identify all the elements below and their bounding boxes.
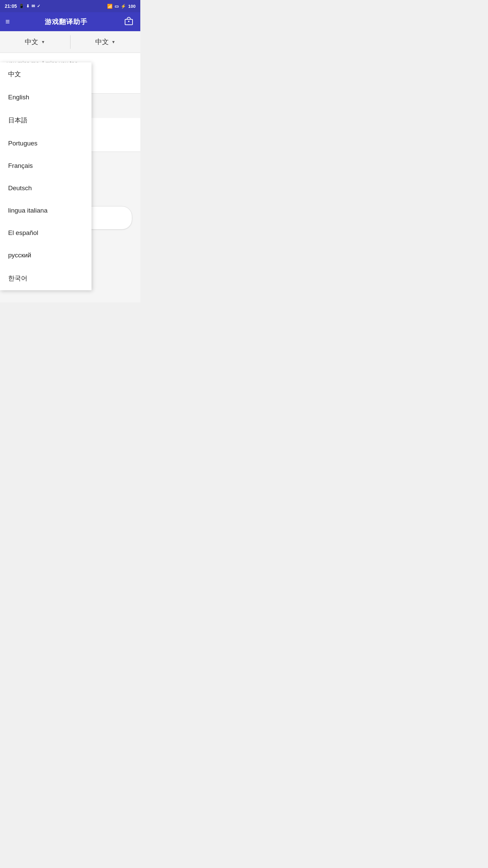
bag-button[interactable] [123, 16, 135, 28]
battery-outline-icon: ▭ [115, 4, 119, 9]
lang-option-deutsch[interactable]: Deutsch [0, 177, 92, 199]
lang-option-espanol[interactable]: El español [0, 222, 92, 244]
lang-option-chinese[interactable]: 中文 [0, 62, 92, 86]
lang-option-italiano[interactable]: lingua italiana [0, 199, 92, 222]
lang-option-russian[interactable]: русский [0, 244, 92, 267]
menu-icon[interactable]: ≡ [5, 18, 10, 25]
status-time: 21:05 [5, 3, 17, 9]
lang-option-japanese[interactable]: 日本語 [0, 108, 92, 132]
lang-option-francais[interactable]: Français [0, 155, 92, 177]
source-language-selector[interactable]: 中文 ▼ [0, 31, 70, 53]
email-icon: ✉ [32, 4, 35, 8]
svg-point-1 [128, 21, 129, 22]
main-content: 中文 ▼ 中文 ▼ you miss me, I miss you too ↓ … [0, 31, 140, 302]
lang-option-portugues[interactable]: Portugues [0, 132, 92, 155]
lang-option-korean[interactable]: 한국어 [0, 267, 92, 290]
target-language-selector[interactable]: 中文 ▼ [70, 31, 141, 53]
source-lang-dropdown-arrow: ▼ [41, 40, 45, 44]
toolbar: ≡ 游戏翻译助手 [0, 12, 140, 31]
status-bar: 21:05 📱 ⬇ ✉ ✓ 📶 ▭ ⚡ 100 [0, 0, 140, 12]
bolt-icon: ⚡ [121, 4, 126, 9]
target-language-label: 中文 [95, 37, 109, 46]
wifi-icon: 📶 [107, 4, 113, 9]
lang-option-english[interactable]: English [0, 86, 92, 108]
usb-icon: ⬇ [26, 4, 29, 8]
target-lang-dropdown-arrow: ▼ [111, 40, 116, 44]
status-left: 21:05 📱 ⬇ ✉ ✓ [5, 3, 40, 9]
status-right: 📶 ▭ ⚡ 100 [107, 4, 136, 9]
language-selector-row: 中文 ▼ 中文 ▼ [0, 31, 140, 53]
bag-icon [124, 16, 134, 27]
source-language-label: 中文 [25, 37, 38, 46]
battery-level: 100 [128, 4, 136, 9]
app-title: 游戏翻译助手 [10, 17, 123, 26]
sim-icon: 📱 [19, 4, 24, 8]
language-dropdown-menu: 中文 English 日本語 Portugues Français Deutsc… [0, 62, 92, 290]
check-icon: ✓ [37, 4, 40, 8]
